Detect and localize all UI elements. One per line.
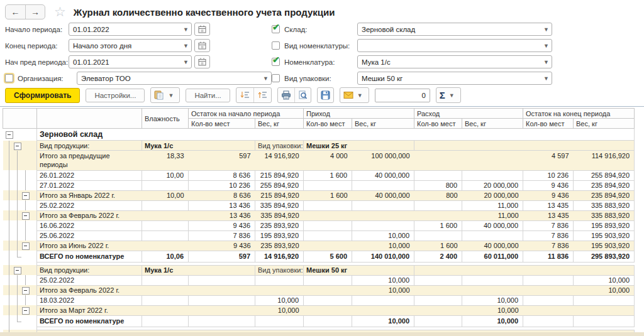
table-cell[interactable]: 235 893,920	[255, 220, 304, 230]
calendar-button[interactable]	[194, 55, 210, 68]
table-cell[interactable]	[352, 200, 414, 210]
table-cell[interactable]: 10,000	[352, 285, 414, 295]
table-cell[interactable]	[414, 230, 462, 241]
table-cell[interactable]: 60 011,000	[462, 251, 523, 262]
period-start-field[interactable]: 01.01.2022 ▼	[69, 23, 192, 36]
table-cell[interactable]: 1 600	[304, 170, 352, 180]
row-label[interactable]: 27.01.2022	[37, 180, 142, 190]
table-cell[interactable]	[189, 305, 255, 315]
group-row-label[interactable]: Зерновой склад	[37, 129, 635, 141]
chevron-down-icon[interactable]: ▼	[165, 92, 176, 99]
collapse-toggle-icon[interactable]	[21, 241, 30, 251]
packaging-checkbox[interactable]	[272, 74, 280, 82]
table-cell[interactable]	[304, 220, 352, 230]
table-cell[interactable]: 10,000	[352, 241, 414, 251]
table-cell[interactable]: 11,000	[462, 210, 523, 220]
favorite-star-icon[interactable]: ☆	[54, 6, 66, 18]
table-cell[interactable]	[462, 170, 523, 180]
organization-checkbox[interactable]	[5, 74, 13, 82]
table-cell[interactable]: 18,33	[142, 151, 189, 171]
table-cell[interactable]: 10 236	[523, 170, 574, 180]
find-button[interactable]: Найти...	[186, 89, 230, 102]
table-cell[interactable]	[462, 285, 523, 295]
table-cell[interactable]: 5 600	[304, 251, 352, 262]
table-cell[interactable]: 10,000	[255, 305, 304, 315]
table-cell[interactable]	[523, 275, 574, 285]
nomenclature-checkbox[interactable]	[272, 58, 280, 66]
row-label[interactable]: Итого за Январь 2022 г.	[37, 190, 142, 200]
table-cell[interactable]: 10,000	[574, 275, 635, 285]
table-cell[interactable]	[414, 285, 462, 295]
table-cell[interactable]: 10,000	[352, 315, 414, 327]
band-pack-label[interactable]: Вид упаковки:	[255, 141, 304, 151]
table-cell[interactable]: 10,000	[352, 230, 414, 241]
print-preview-button[interactable]	[294, 88, 311, 102]
chevron-down-icon[interactable]: ▼	[180, 59, 191, 65]
row-label[interactable]: ВСЕГО по номенклатуре	[37, 315, 142, 327]
collapse-toggle-icon[interactable]	[21, 305, 30, 315]
table-cell[interactable]: 13 436	[189, 210, 255, 220]
table-cell[interactable]	[142, 241, 189, 251]
table-cell[interactable]	[304, 230, 352, 241]
table-cell[interactable]	[352, 180, 414, 190]
table-cell[interactable]	[414, 210, 462, 220]
table-cell[interactable]: 2 400	[414, 251, 462, 262]
table-cell[interactable]: 11 836	[523, 251, 574, 262]
save-button[interactable]	[318, 88, 333, 102]
table-cell[interactable]	[255, 275, 304, 285]
table-cell[interactable]	[304, 315, 352, 327]
table-cell[interactable]: 8 636	[189, 170, 255, 180]
table-cell[interactable]: 195 903,920	[574, 241, 635, 251]
table-cell[interactable]: 7 836	[523, 220, 574, 230]
table-cell[interactable]	[189, 315, 255, 327]
table-cell[interactable]	[414, 275, 462, 285]
table-cell[interactable]: 100 000,000	[352, 151, 414, 171]
print-button[interactable]	[278, 88, 294, 102]
table-cell[interactable]	[304, 305, 352, 315]
calendar-button[interactable]	[194, 23, 210, 36]
collapse-toggle-icon[interactable]	[13, 265, 21, 275]
period-end-field[interactable]: Начало этого дня ▼	[69, 39, 192, 52]
table-cell[interactable]: 215 894,920	[255, 190, 304, 200]
collapse-toggle-icon[interactable]	[13, 141, 21, 151]
table-cell[interactable]	[142, 285, 189, 295]
table-cell[interactable]	[523, 305, 574, 315]
table-cell[interactable]: 235 893,920	[255, 241, 304, 251]
table-cell[interactable]: 40 000,000	[352, 170, 414, 180]
chevron-down-icon[interactable]: ▼	[541, 26, 552, 33]
table-cell[interactable]: 335 883,920	[574, 210, 635, 220]
table-cell[interactable]: 255 894,920	[255, 180, 304, 190]
nomenclature-field[interactable]: Мука 1/с ▼	[357, 55, 552, 68]
band-pack-value[interactable]: Мешки 25 кг	[304, 141, 414, 151]
table-cell[interactable]: 20 000,000	[462, 190, 523, 200]
table-cell[interactable]	[142, 230, 189, 241]
chevron-down-icon[interactable]: ▼	[447, 92, 457, 99]
collapse-toggle-icon[interactable]	[21, 285, 30, 295]
table-cell[interactable]: 597	[189, 251, 255, 262]
table-cell[interactable]: 235 894,920	[574, 180, 635, 190]
table-cell[interactable]: 1 600	[414, 241, 462, 251]
table-cell[interactable]: 10,000	[462, 305, 523, 315]
table-cell[interactable]: 40 000,000	[352, 190, 414, 200]
table-cell[interactable]	[304, 241, 352, 251]
table-cell[interactable]	[352, 220, 414, 230]
row-label[interactable]: Итого за Февраль 2022 г.	[37, 210, 142, 220]
table-cell[interactable]: 335 894,920	[255, 200, 304, 210]
settings-button[interactable]: Настройки...	[86, 89, 145, 102]
table-cell[interactable]	[304, 180, 352, 190]
table-cell[interactable]: 9 436	[189, 241, 255, 251]
table-cell[interactable]: 10,06	[142, 251, 189, 262]
table-cell[interactable]: 13 435	[523, 210, 574, 220]
table-cell[interactable]	[304, 285, 352, 295]
table-cell[interactable]	[414, 315, 462, 327]
table-cell[interactable]: 1 600	[304, 190, 352, 200]
warehouse-checkbox[interactable]	[272, 25, 280, 33]
table-cell[interactable]: 9 436	[189, 220, 255, 230]
table-cell[interactable]	[414, 265, 635, 275]
expand-groups-button[interactable]	[253, 88, 271, 102]
row-label[interactable]: Итого за Февраль 2022 г.	[37, 285, 142, 295]
table-cell[interactable]: 10,000	[574, 285, 635, 295]
table-cell[interactable]: 40 000,000	[462, 220, 523, 230]
table-cell[interactable]	[304, 275, 352, 285]
generate-button[interactable]: Сформировать	[5, 88, 80, 103]
